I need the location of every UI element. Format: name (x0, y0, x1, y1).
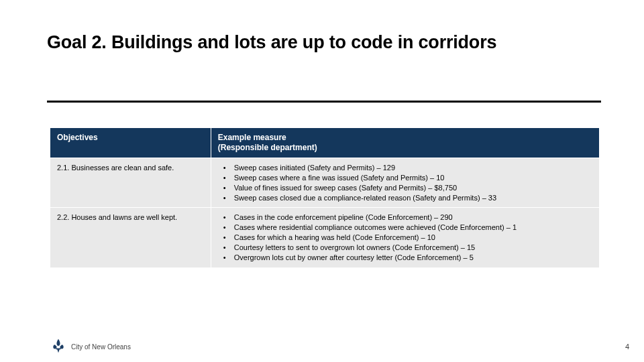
page-title: Goal 2. Buildings and lots are up to cod… (47, 32, 496, 53)
col-header-measures: Example measure (Responsible department) (211, 128, 599, 158)
measures-cell: Sweep cases initiated (Safety and Permit… (211, 158, 599, 208)
objective-text: 2.2. Houses and lawns are well kept. (57, 213, 177, 221)
table-row: 2.2. Houses and lawns are well kept. Cas… (50, 208, 600, 267)
page-number: 4 (625, 343, 629, 351)
fleur-de-lis-icon (51, 338, 66, 354)
measures-list: Cases in the code enforcement pipeline (… (218, 213, 592, 262)
objective-cell: 2.2. Houses and lawns are well kept. (50, 208, 211, 267)
list-item: Courtesy letters to sent to overgrown lo… (218, 243, 592, 253)
objectives-table: Objectives Example measure (Responsible … (50, 127, 600, 268)
table-header-row: Objectives Example measure (Responsible … (50, 128, 600, 158)
objective-text: 2.1. Businesses are clean and safe. (57, 164, 174, 172)
list-item: Cases for which a hearing was held (Code… (218, 233, 592, 243)
list-item: Sweep cases closed due a compliance-rela… (218, 193, 592, 203)
list-item: Sweep cases initiated (Safety and Permit… (218, 163, 592, 173)
objective-cell: 2.1. Businesses are clean and safe. (50, 158, 211, 208)
list-item: Sweep cases where a fine was issued (Saf… (218, 173, 592, 183)
col-header-objectives-text: Objectives (57, 133, 98, 142)
list-item: Value of fines issued for sweep cases (S… (218, 183, 592, 193)
footer-org: City of New Orleans (71, 343, 131, 351)
slide: Goal 2. Buildings and lots are up to cod… (0, 0, 644, 362)
list-item: Cases in the code enforcement pipeline (… (218, 213, 592, 223)
col-header-objectives: Objectives (50, 128, 211, 158)
list-item: Cases where residential compliance outco… (218, 223, 592, 233)
list-item: Overgrown lots cut by owner after courte… (218, 253, 592, 263)
table-row: 2.1. Businesses are clean and safe. Swee… (50, 158, 600, 208)
measures-list: Sweep cases initiated (Safety and Permit… (218, 163, 592, 202)
footer: City of New Orleans 4 (0, 333, 644, 362)
measures-cell: Cases in the code enforcement pipeline (… (211, 208, 599, 267)
col-header-measures-text: Example measure (Responsible department) (218, 133, 317, 153)
horizontal-rule (47, 101, 601, 103)
